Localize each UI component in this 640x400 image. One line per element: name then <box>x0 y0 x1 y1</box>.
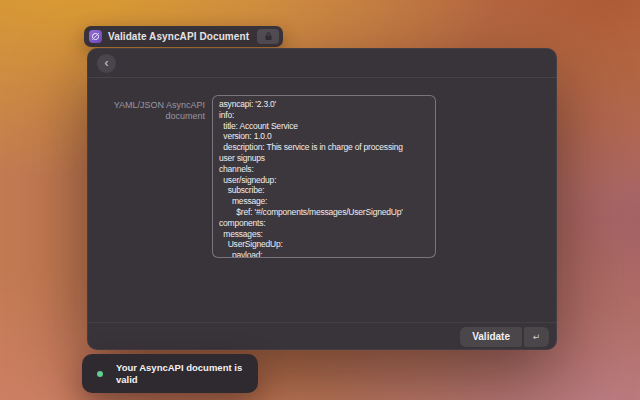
validate-button[interactable]: Validate <box>460 327 522 347</box>
primary-action-group: Validate ↵ <box>460 327 549 347</box>
toast-message: Your AsyncAPI document is valid <box>116 362 248 386</box>
asyncapi-logo-icon <box>89 30 102 43</box>
success-status-dot <box>97 371 103 377</box>
command-title: Validate AsyncAPI Document <box>108 31 249 42</box>
window-header: ‹ <box>87 48 557 78</box>
document-field-label: YAML/JSON AsyncAPI document <box>95 100 205 122</box>
return-key-icon: ↵ <box>533 332 541 342</box>
return-key-hint[interactable]: ↵ <box>524 327 549 347</box>
chevron-left-icon: ‹ <box>105 57 109 69</box>
validate-button-label: Validate <box>472 331 510 342</box>
validation-toast: Your AsyncAPI document is valid <box>82 354 258 393</box>
asyncapi-document-textarea[interactable]: asyncapi: '2.3.0' info: title: Account S… <box>212 95 436 258</box>
window-footer: Validate ↵ <box>87 322 557 350</box>
back-button[interactable]: ‹ <box>97 54 116 73</box>
raycast-window: ‹ YAML/JSON AsyncAPI document asyncapi: … <box>87 48 557 350</box>
lock-icon <box>257 29 279 44</box>
command-pill: Validate AsyncAPI Document <box>84 26 283 47</box>
